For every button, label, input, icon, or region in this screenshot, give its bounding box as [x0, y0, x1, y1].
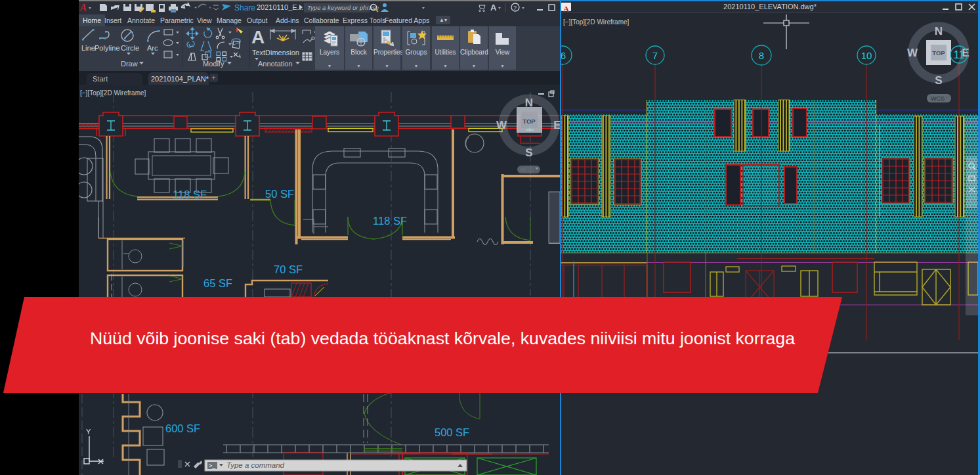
svg-text:WCS: WCS [931, 95, 945, 102]
svg-text:?: ? [513, 5, 517, 11]
svg-text:A: A [251, 27, 265, 47]
svg-text:[−][Top][2D Wireframe]: [−][Top][2D Wireframe] [80, 89, 146, 97]
svg-text:TOP: TOP [932, 49, 945, 57]
svg-text:500 SF: 500 SF [435, 426, 469, 438]
svg-text:TOP: TOP [522, 118, 536, 125]
svg-text:Annotation: Annotation [258, 60, 293, 68]
svg-text:Circle: Circle [121, 44, 139, 52]
svg-text:600 SF: 600 SF [165, 422, 200, 434]
svg-text:Dimension: Dimension [265, 49, 299, 57]
svg-text:Type a command: Type a command [226, 461, 285, 469]
svg-text:W: W [907, 47, 918, 59]
svg-text:70 SF: 70 SF [274, 263, 303, 275]
svg-text:11: 11 [954, 49, 965, 60]
svg-text:Line: Line [81, 44, 95, 52]
svg-text:S: S [935, 74, 942, 87]
svg-text:E: E [553, 119, 560, 131]
svg-text:Draw: Draw [121, 60, 138, 68]
svg-text:Modify: Modify [203, 60, 224, 68]
svg-text:118 SF: 118 SF [173, 189, 207, 200]
svg-text:50 SF: 50 SF [265, 188, 294, 200]
svg-text:Type a keyword or phrase: Type a keyword or phrase [307, 4, 379, 11]
svg-text:W: W [496, 119, 507, 131]
svg-text:Text: Text [252, 49, 265, 57]
svg-text:65 SF: 65 SF [203, 277, 232, 289]
svg-text:Polyline: Polyline [95, 44, 120, 52]
svg-text:Arc: Arc [147, 44, 158, 52]
svg-text:A: A [490, 3, 497, 12]
svg-text:N: N [935, 25, 943, 37]
svg-text:8: 8 [759, 50, 764, 61]
svg-text:118 SF: 118 SF [373, 215, 407, 227]
svg-text:10: 10 [861, 50, 872, 61]
svg-text:S: S [525, 147, 532, 159]
svg-text:6: 6 [561, 50, 566, 61]
svg-text:WCS: WCS [520, 166, 534, 173]
svg-text:A: A [79, 2, 87, 12]
svg-text:[−][Top][2D Wireframe]: [−][Top][2D Wireframe] [563, 18, 629, 26]
svg-text:Y: Y [86, 428, 91, 436]
svg-text:Share: Share [234, 3, 255, 12]
svg-text:7: 7 [652, 50, 658, 61]
svg-text:>_: >_ [209, 463, 216, 469]
svg-text:20210110_E...: 20210110_E... [257, 3, 303, 11]
